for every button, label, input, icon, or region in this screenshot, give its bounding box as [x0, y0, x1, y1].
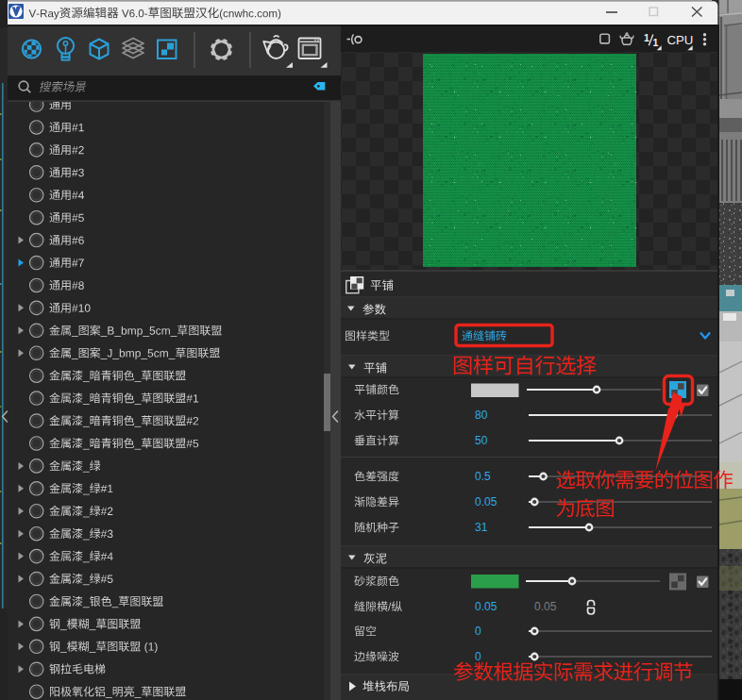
svg-text:1: 1: [653, 37, 659, 48]
svg-text:0.5: 0.5: [475, 470, 491, 483]
svg-text:31: 31: [475, 521, 488, 534]
svg-text:CPU: CPU: [667, 33, 694, 47]
svg-text:1: 1: [644, 32, 649, 43]
svg-text:80: 80: [475, 408, 488, 422]
svg-text:0: 0: [475, 625, 481, 638]
svg-text:0.05: 0.05: [534, 600, 557, 613]
svg-text:50: 50: [475, 434, 488, 447]
svg-text:0.05: 0.05: [475, 600, 497, 613]
svg-text:0.05: 0.05: [475, 495, 497, 508]
svg-text:0: 0: [475, 650, 481, 663]
